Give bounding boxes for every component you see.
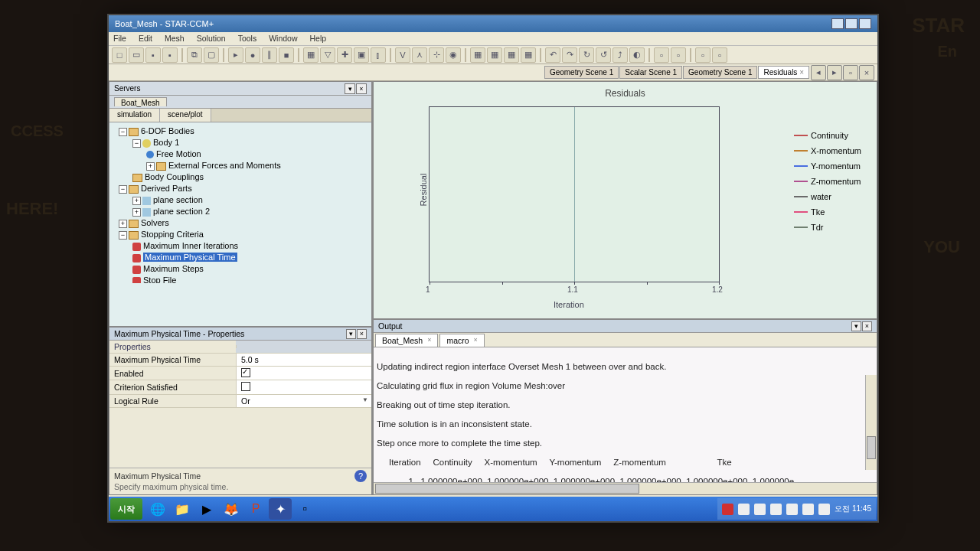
scene-tab-3[interactable]: Geometry Scene 1 (683, 66, 757, 79)
close-icon[interactable]: × (474, 336, 478, 345)
open-icon[interactable]: ▭ (129, 47, 144, 63)
world-icon[interactable]: ◐ (629, 47, 645, 63)
tree-close-icon[interactable]: × (356, 83, 367, 94)
e3-icon[interactable]: ▫ (695, 47, 710, 63)
output-text[interactable]: Updating indirect region interface Overs… (374, 347, 877, 482)
menu-help[interactable]: Help (310, 34, 327, 44)
menubar[interactable]: File Edit Mesh Solution Tools Window Hel… (109, 32, 877, 46)
file-tab-boatmesh[interactable]: Boat_Mesh (114, 97, 167, 106)
node-freemotion[interactable]: Free Motion (156, 149, 201, 158)
prop-enabled-checkbox[interactable] (241, 368, 250, 377)
minimize-button[interactable] (831, 18, 844, 29)
close-icon[interactable]: × (427, 336, 431, 345)
e1-icon[interactable]: ▫ (654, 47, 669, 63)
scene-tab-1[interactable]: Geometry Scene 1 (544, 66, 619, 79)
new-icon[interactable]: □ (112, 47, 127, 63)
node-bodycoup[interactable]: Body Couplings (145, 172, 204, 181)
tree-tab-sceneplot[interactable]: scene/plot (160, 109, 211, 122)
node-maxinner[interactable]: Maximum Inner Iterations (143, 241, 238, 250)
stop-icon[interactable]: ■ (279, 47, 294, 63)
props-pin-icon[interactable]: ▾ (346, 329, 356, 339)
save-icon[interactable]: ▪ (145, 47, 161, 63)
v-icon[interactable]: V (395, 47, 410, 63)
grid2-icon[interactable]: ▦ (487, 47, 502, 63)
sim-tree[interactable]: −6-DOF Bodies −Body 1 Free Motion +Exter… (109, 122, 371, 283)
scene-tab-residuals[interactable]: Residuals × (758, 66, 809, 79)
tray-icon[interactable] (722, 504, 733, 515)
node-stopcrit[interactable]: Stopping Criteria (141, 230, 204, 239)
taskbar-powerpoint-icon[interactable]: P (244, 498, 267, 520)
select-icon[interactable]: ▽ (320, 47, 335, 63)
menu-edit[interactable]: Edit (139, 34, 152, 44)
system-tray[interactable]: 오전 11:45 (717, 498, 876, 520)
menu-tools[interactable]: Tools (238, 34, 257, 44)
tray-icon[interactable] (738, 504, 750, 515)
output-close-icon[interactable]: × (862, 321, 872, 331)
tray-icon[interactable] (802, 504, 814, 515)
node-derived[interactable]: Derived Parts (141, 184, 192, 193)
view-icon[interactable]: ▣ (354, 47, 369, 63)
taskbar-media-icon[interactable]: ▶ (195, 498, 218, 520)
e4-icon[interactable]: ▫ (712, 47, 727, 63)
taskbar-ie-icon[interactable]: 🌐 (146, 498, 169, 520)
taskbar-explorer-icon[interactable]: 📁 (171, 498, 194, 520)
chart-icon[interactable]: ⫿ (371, 47, 386, 63)
taskbar-starccm-icon[interactable]: ✦ (269, 498, 292, 520)
pause-icon[interactable]: ∥ (262, 47, 277, 63)
axis-icon[interactable]: ⊹ (429, 47, 444, 63)
tray-icon[interactable] (786, 504, 798, 515)
node-plane1[interactable]: plane section (153, 195, 203, 204)
node-plane2[interactable]: plane section 2 (153, 207, 210, 216)
close-button[interactable] (859, 18, 871, 29)
plot-area[interactable] (429, 106, 720, 282)
paste-icon[interactable]: ▢ (204, 47, 219, 63)
tray-icon[interactable] (770, 504, 782, 515)
prop-maxphys-value[interactable]: 5.0 s (236, 354, 371, 366)
menu-window[interactable]: Window (269, 34, 297, 44)
grid1-icon[interactable]: ▦ (470, 47, 485, 63)
node-stopfile[interactable]: Stop File (143, 276, 176, 283)
tree-tab-simulation[interactable]: simulation (109, 109, 160, 122)
mesh-icon[interactable]: ▦ (303, 47, 318, 63)
saveall-icon[interactable]: ▪ (162, 47, 178, 63)
output-vscrollbar[interactable] (865, 375, 877, 470)
run-icon[interactable]: ● (245, 47, 260, 63)
menu-solution[interactable]: Solution (197, 34, 226, 44)
e2-icon[interactable]: ▫ (671, 47, 686, 63)
output-tab-boatmesh[interactable]: Boat_Mesh× (375, 334, 438, 347)
r1-icon[interactable]: ↻ (579, 47, 594, 63)
undo-icon[interactable]: ↶ (545, 47, 560, 63)
tab-close-icon[interactable]: × (859, 65, 874, 80)
scene-tab-2[interactable]: Scalar Scene 1 (619, 66, 682, 79)
taskbar-app-icon[interactable]: ▫ (293, 498, 316, 520)
output-pin-icon[interactable]: ▾ (851, 321, 861, 331)
person-icon[interactable]: ⋏ (412, 47, 427, 63)
step-icon[interactable]: ▸ (228, 47, 243, 63)
node-body1[interactable]: Body 1 (153, 138, 179, 147)
taskbar-firefox-icon[interactable]: 🦊 (220, 498, 243, 520)
tab-max-icon[interactable]: ▫ (843, 65, 858, 80)
maximize-button[interactable] (845, 18, 858, 29)
menu-mesh[interactable]: Mesh (165, 34, 185, 44)
start-button[interactable]: 시작 (110, 498, 142, 520)
r2-icon[interactable]: ↺ (596, 47, 611, 63)
tab-right-icon[interactable]: ▸ (827, 65, 842, 80)
node-extforces[interactable]: External Forces and Moments (168, 161, 281, 170)
output-tab-macro[interactable]: macro× (439, 334, 484, 347)
node-6dof[interactable]: 6-DOF Bodies (141, 126, 194, 135)
menu-file[interactable]: File (113, 34, 126, 44)
tray-icon[interactable] (818, 504, 830, 515)
props-close-icon[interactable]: × (357, 329, 367, 339)
target-icon[interactable]: ◉ (446, 47, 461, 63)
grid3-icon[interactable]: ▦ (504, 47, 519, 63)
prop-logrule-dropdown[interactable]: Or (236, 395, 371, 407)
redo-icon[interactable]: ↷ (562, 47, 577, 63)
help-icon[interactable]: ? (354, 470, 367, 482)
output-hscrollbar[interactable] (374, 482, 877, 494)
tray-icon[interactable] (754, 504, 766, 515)
grid4-icon[interactable]: ▦ (521, 47, 536, 63)
tree-pin-icon[interactable]: ▾ (345, 83, 355, 94)
node-solvers[interactable]: Solvers (141, 218, 169, 227)
node-maxphys-selected[interactable]: Maximum Physical Time (143, 253, 237, 262)
copy-icon[interactable]: ⧉ (187, 47, 202, 63)
